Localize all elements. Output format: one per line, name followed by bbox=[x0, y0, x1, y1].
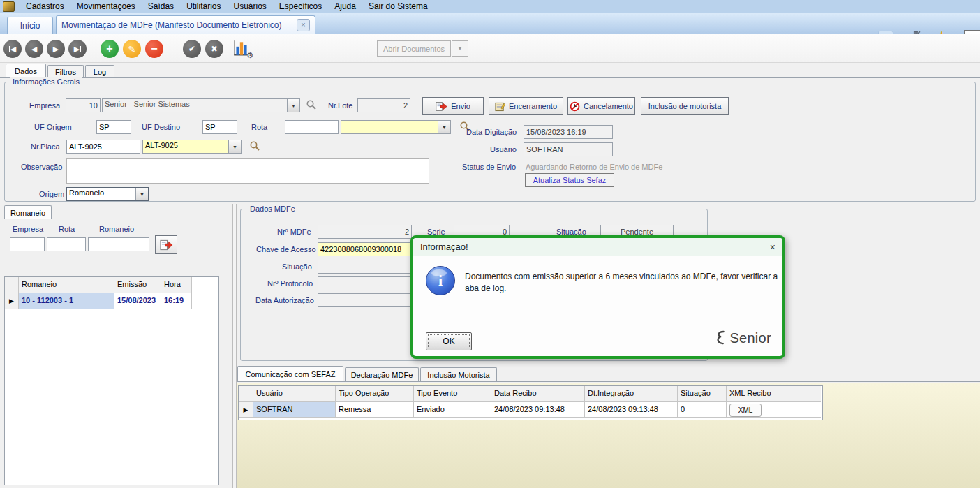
empresa-search-icon[interactable] bbox=[306, 99, 317, 110]
gear-icon: ⚙ bbox=[246, 51, 253, 60]
inclusao-motorista-button[interactable]: Inclusão de motorista bbox=[641, 97, 729, 115]
nr-mdfe-label: Nrº MDFe bbox=[277, 228, 311, 236]
nav-prev-button[interactable]: ◀ bbox=[25, 40, 43, 58]
edit-record-button[interactable]: ✎ bbox=[123, 40, 141, 58]
sefaz-cell-dt-integracao[interactable]: 24/08/2023 09:13:48 bbox=[585, 402, 678, 418]
romaneio-import-button[interactable] bbox=[155, 235, 177, 254]
encerramento-button[interactable]: Encerramento bbox=[489, 97, 563, 115]
tab-declaracao-mdfe[interactable]: Declaração MDFe bbox=[345, 367, 419, 382]
open-documents-button[interactable]: Abrir Documentos bbox=[377, 40, 451, 57]
nav-last-button[interactable]: ▶ bbox=[68, 40, 87, 58]
inclusao-motorista-label: Inclusão de motorista bbox=[648, 102, 722, 110]
app-logo-icon bbox=[3, 1, 15, 12]
dados-mdfe-title: Dados MDFe bbox=[247, 205, 298, 213]
nav-first-button[interactable]: ◀ bbox=[3, 40, 22, 58]
tab-movimentacao-mdfe[interactable]: Movimentação de MDFe (Manifesto Document… bbox=[56, 15, 315, 34]
nr-placa-dropdown-icon[interactable]: ▼ bbox=[228, 140, 241, 153]
cancelamento-button[interactable]: Cancelamento bbox=[567, 97, 635, 115]
status-envio-value: Aguardando Retorno de Envio de MDFe bbox=[526, 163, 662, 171]
uf-destino-field[interactable] bbox=[202, 120, 237, 134]
origem-label: Origem bbox=[39, 190, 64, 198]
sefaz-grid-header: Usuário Tipo Operação Tipo Evento Data R… bbox=[239, 386, 822, 402]
confirm-button[interactable]: ✔ bbox=[183, 40, 201, 58]
open-documents-arrow[interactable]: ▼ bbox=[452, 40, 468, 57]
sefaz-cell-tipo-evento[interactable]: Enviado bbox=[414, 402, 491, 418]
romaneio-romaneio-field[interactable] bbox=[88, 237, 149, 251]
status-envio-label: Status de Envio bbox=[462, 163, 516, 171]
nr-lote-field[interactable] bbox=[357, 98, 410, 112]
panel-splitter[interactable] bbox=[232, 204, 237, 488]
tab-inclusao-motorista[interactable]: Inclusão Motorista bbox=[420, 367, 497, 382]
next-record-icon: ▶ bbox=[53, 45, 59, 54]
tab-dados[interactable]: Dados bbox=[6, 64, 46, 78]
menu-sair-do-sistema[interactable]: Sair do Sistema bbox=[362, 1, 434, 12]
envio-button[interactable]: Envio bbox=[422, 97, 484, 115]
info-icon: i bbox=[426, 266, 455, 295]
dialog-ok-button[interactable]: OK bbox=[426, 332, 472, 350]
add-record-button[interactable]: + bbox=[101, 40, 119, 58]
document-arrow-icon bbox=[160, 239, 173, 251]
uf-origem-field[interactable] bbox=[96, 120, 131, 134]
romaneio-empresa-field[interactable] bbox=[10, 237, 45, 251]
uf-origem-label: UF Origem bbox=[34, 123, 72, 131]
observacao-field[interactable] bbox=[66, 158, 429, 184]
notepad-icon bbox=[495, 101, 505, 112]
nr-placa-search-icon[interactable] bbox=[249, 140, 260, 151]
menu-cadastros[interactable]: Cadastros bbox=[20, 1, 70, 12]
nr-placa-select[interactable]: ALT-9025 ▼ bbox=[142, 140, 242, 154]
sefaz-cell-data-recibo[interactable]: 24/08/2023 09:13:48 bbox=[491, 402, 585, 418]
menu-utilitarios[interactable]: Utilitários bbox=[180, 1, 227, 12]
empresa-select[interactable]: Senior - Senior Sistemas ▼ bbox=[102, 98, 300, 112]
usuario-label: Usuário bbox=[490, 145, 517, 154]
tab-close-icon[interactable]: × bbox=[297, 19, 310, 31]
chart-button[interactable]: ⚙ bbox=[232, 39, 252, 59]
tab-inicio[interactable]: Início bbox=[7, 17, 53, 34]
encerramento-label: Encerramento bbox=[509, 102, 557, 110]
delete-record-button[interactable]: − bbox=[145, 40, 163, 58]
menu-especificos[interactable]: Específicos bbox=[273, 1, 328, 12]
romaneio-grid-row[interactable]: ▶ 10 - 112003 - 1 15/08/2023 16:19 bbox=[5, 293, 218, 309]
menu-movimentacoes[interactable]: Movimentações bbox=[70, 1, 142, 12]
romaneio-cell-emissao[interactable]: 15/08/2023 bbox=[114, 293, 161, 309]
empresa-dropdown-icon[interactable]: ▼ bbox=[287, 99, 299, 112]
rota-select[interactable]: ▼ bbox=[341, 120, 451, 134]
menu-saidas[interactable]: Saídas bbox=[142, 1, 180, 12]
nr-placa-field[interactable] bbox=[66, 140, 140, 154]
origem-dropdown-icon[interactable]: ▼ bbox=[135, 188, 148, 200]
romaneio-header-marker bbox=[5, 277, 19, 293]
romaneio-empresa-label: Empresa bbox=[13, 225, 43, 233]
romaneio-rota-label: Rota bbox=[59, 225, 75, 233]
tab-comunicacao-sefaz[interactable]: Comunicação com SEFAZ bbox=[237, 366, 343, 382]
tab-romaneio[interactable]: Romaneio bbox=[4, 205, 52, 219]
rota-code-field[interactable] bbox=[285, 120, 339, 134]
data-autorizacao-label: Data Autorização bbox=[255, 296, 314, 304]
uf-destino-label: UF Destino bbox=[142, 123, 180, 131]
sefaz-grid-row[interactable]: ▶ SOFTRAN Remessa Enviado 24/08/2023 09:… bbox=[239, 402, 822, 418]
romaneio-cell-romaneio[interactable]: 10 - 112003 - 1 bbox=[19, 293, 114, 309]
xml-recibo-button[interactable]: XML bbox=[729, 404, 762, 417]
tab-filtros[interactable]: Filtros bbox=[47, 65, 84, 78]
rota-dropdown-icon[interactable]: ▼ bbox=[438, 121, 450, 133]
romaneio-cell-hora[interactable]: 16:19 bbox=[161, 293, 192, 309]
observacao-label: Observação bbox=[21, 163, 62, 171]
empresa-code-field[interactable] bbox=[66, 98, 101, 112]
sefaz-cell-tipo-operacao[interactable]: Remessa bbox=[336, 402, 414, 418]
origem-select[interactable]: Romaneio ▼ bbox=[66, 187, 149, 201]
cancel-button[interactable]: ✖ bbox=[205, 40, 223, 58]
situacao2-label: Situação bbox=[282, 263, 312, 271]
romaneio-rota-field[interactable] bbox=[47, 237, 86, 251]
nr-placa-select-value: ALT-9025 bbox=[143, 140, 228, 153]
informacoes-gerais-title: Informações Gerais bbox=[10, 77, 82, 86]
senior-logo-text: Senior bbox=[729, 330, 771, 346]
dialog-close-icon[interactable]: × bbox=[770, 242, 775, 253]
nav-next-button[interactable]: ▶ bbox=[47, 40, 65, 58]
sefaz-cell-usuario[interactable]: SOFTRAN bbox=[253, 402, 336, 418]
row-marker-icon: ▶ bbox=[5, 293, 19, 309]
dialog-title-bar[interactable]: Informação! × bbox=[413, 238, 782, 256]
sefaz-grid: Usuário Tipo Operação Tipo Evento Data R… bbox=[238, 385, 823, 420]
sefaz-cell-situacao[interactable]: 0 bbox=[678, 402, 727, 418]
menu-ajuda[interactable]: Ajuda bbox=[328, 1, 362, 12]
atualiza-status-sefaz-button[interactable]: Atualiza Status Sefaz bbox=[525, 173, 614, 187]
menu-usuarios[interactable]: Usuários bbox=[227, 1, 272, 12]
tab-log[interactable]: Log bbox=[85, 65, 114, 78]
